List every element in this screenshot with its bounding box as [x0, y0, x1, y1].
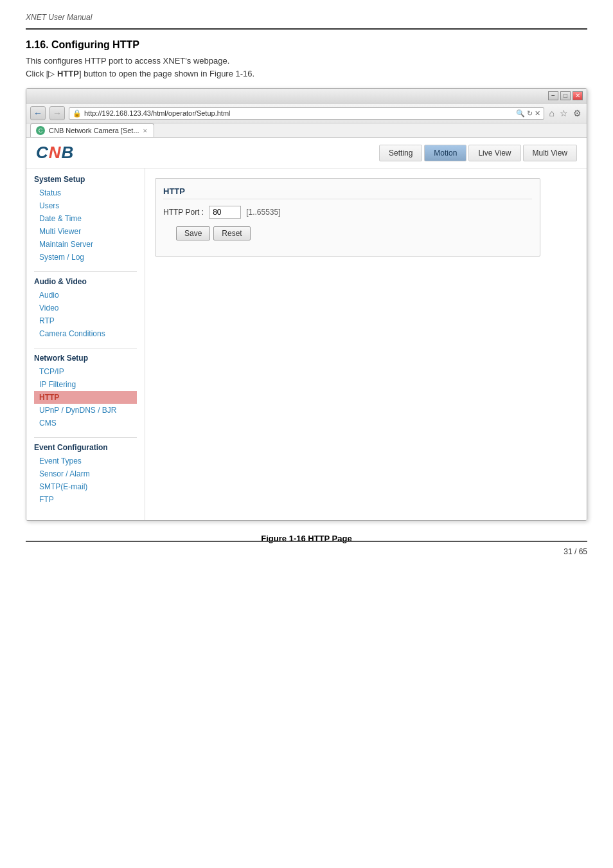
tab-close-icon[interactable]: × — [143, 127, 147, 134]
sidebar-divider-2 — [34, 348, 137, 348]
system-setup-title: System Setup — [34, 175, 137, 184]
home-icon[interactable]: ⌂ — [548, 107, 556, 120]
setting-nav-button[interactable]: Setting — [379, 145, 422, 161]
stop-icon: ✕ — [535, 109, 540, 118]
sidebar-item-datetime[interactable]: Date & Time — [34, 212, 137, 225]
page-footer: 31 / 65 — [0, 541, 613, 556]
live-view-nav-button[interactable]: Live View — [468, 145, 520, 161]
section-instruction: Click [▷ HTTP] button to open the page s… — [26, 69, 587, 78]
browser-tab[interactable]: C CNB Network Camera [Set... × — [30, 123, 154, 137]
sidebar-divider-1 — [34, 271, 137, 272]
page-number: 31 / 65 — [26, 547, 587, 556]
camera-header: CNB Setting Motion Live View Multi View — [26, 138, 587, 168]
sidebar-item-event-types[interactable]: Event Types — [34, 455, 137, 467]
sidebar-item-audio[interactable]: Audio — [34, 289, 137, 302]
cnb-logo: CNB — [36, 143, 74, 163]
top-divider — [26, 28, 587, 30]
sidebar-item-tcpip[interactable]: TCP/IP — [34, 365, 137, 378]
http-form-container: HTTP HTTP Port : [1..65535] Save Reset — [155, 178, 540, 257]
sidebar-item-smtp[interactable]: SMTP(E-mail) — [34, 480, 137, 493]
form-buttons-row: Save Reset — [163, 226, 532, 240]
http-form-title: HTTP — [163, 186, 532, 199]
network-setup-section: Network Setup TCP/IP IP Filtering HTTP U… — [34, 354, 137, 429]
maximize-button[interactable]: □ — [560, 91, 571, 100]
search-icon: 🔍 — [516, 109, 525, 118]
system-setup-section: System Setup Status Users Date & Time Mu… — [34, 175, 137, 264]
reset-button[interactable]: Reset — [213, 226, 250, 240]
sidebar-item-camera-conditions[interactable]: Camera Conditions — [34, 327, 137, 340]
multi-view-nav-button[interactable]: Multi View — [523, 145, 577, 161]
sidebar-item-sensor-alarm[interactable]: Sensor / Alarm — [34, 467, 137, 480]
event-config-section: Event Configuration Event Types Sensor /… — [34, 443, 137, 506]
tab-bar: C CNB Network Camera [Set... × — [26, 123, 587, 138]
back-button[interactable]: ← — [30, 106, 46, 120]
tab-favicon: C — [36, 126, 45, 135]
tab-label: CNB Network Camera [Set... — [49, 127, 139, 134]
sidebar-item-ftp[interactable]: FTP — [34, 493, 137, 506]
sidebar-item-syslog[interactable]: System / Log — [34, 251, 137, 264]
sidebar-item-users[interactable]: Users — [34, 199, 137, 212]
address-icons: 🔍 ↻ ✕ — [516, 109, 540, 118]
http-port-row: HTTP Port : [1..65535] — [163, 206, 532, 219]
browser-nav-icons: ⌂ ☆ ⚙ — [548, 107, 583, 120]
window-controls: − □ ✕ — [548, 91, 583, 100]
save-button[interactable]: Save — [176, 226, 210, 240]
secure-icon: 🔒 — [73, 109, 82, 118]
refresh-icon: ↻ — [527, 109, 533, 118]
camera-ui: CNB Setting Motion Live View Multi View … — [26, 138, 587, 520]
sidebar-item-rtp[interactable]: RTP — [34, 314, 137, 327]
sidebar-divider-3 — [34, 437, 137, 438]
form-buttons: Save Reset — [176, 226, 251, 240]
audio-video-title: Audio & Video — [34, 277, 137, 286]
close-button[interactable]: ✕ — [573, 91, 583, 100]
forward-button[interactable]: → — [49, 106, 65, 120]
motion-nav-button[interactable]: Motion — [424, 145, 466, 161]
audio-video-section: Audio & Video Audio Video RTP Camera Con… — [34, 277, 137, 340]
sidebar-item-ipfiltering[interactable]: IP Filtering — [34, 378, 137, 391]
browser-navbar: ← → 🔒 http://192.168.123.43/html/operato… — [26, 104, 587, 123]
port-input[interactable] — [209, 206, 241, 219]
network-setup-title: Network Setup — [34, 354, 137, 363]
browser-titlebar: − □ ✕ — [26, 89, 587, 104]
sidebar: System Setup Status Users Date & Time Mu… — [26, 168, 145, 520]
section-desc: This configures HTTP port to access XNET… — [26, 56, 587, 66]
sidebar-item-cms[interactable]: CMS — [34, 417, 137, 429]
minimize-button[interactable]: − — [548, 91, 558, 100]
event-config-title: Event Configuration — [34, 443, 137, 452]
footer-divider — [26, 541, 587, 542]
settings-icon[interactable]: ⚙ — [572, 107, 583, 120]
arrow-icon: ▷ — [48, 69, 55, 78]
port-label: HTTP Port : — [163, 208, 204, 217]
port-hint: [1..65535] — [246, 208, 280, 217]
sidebar-item-maintain[interactable]: Maintain Server — [34, 238, 137, 251]
address-bar[interactable]: 🔒 http://192.168.123.43/html/operator/Se… — [69, 107, 544, 120]
camera-nav-buttons: Setting Motion Live View Multi View — [379, 145, 577, 161]
sidebar-item-multiviewer[interactable]: Multi Viewer — [34, 225, 137, 238]
address-text: http://192.168.123.43/html/operator/Setu… — [84, 109, 513, 117]
favorites-icon[interactable]: ☆ — [558, 107, 569, 120]
sidebar-item-upnp[interactable]: UPnP / DynDNS / BJR — [34, 404, 137, 417]
main-content: HTTP HTTP Port : [1..65535] Save Reset — [145, 168, 587, 520]
sidebar-item-video[interactable]: Video — [34, 302, 137, 314]
camera-content: System Setup Status Users Date & Time Mu… — [26, 168, 587, 520]
browser-window: − □ ✕ ← → 🔒 http://192.168.123.43/html/o… — [26, 88, 587, 521]
manual-header: XNET User Manual — [26, 13, 587, 22]
sidebar-item-status[interactable]: Status — [34, 186, 137, 199]
sidebar-item-http[interactable]: HTTP — [34, 391, 137, 404]
section-title: 1.16. Configuring HTTP — [26, 39, 587, 51]
http-label: HTTP — [57, 69, 79, 78]
